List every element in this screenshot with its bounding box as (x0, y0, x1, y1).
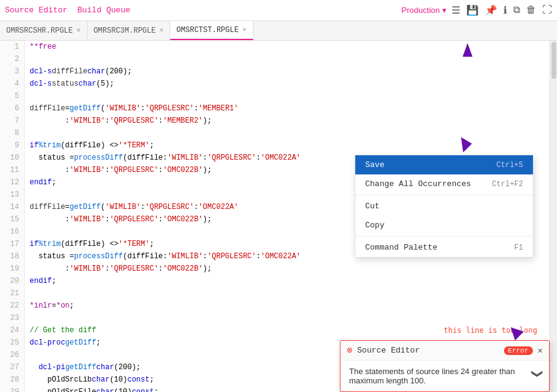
error-toast-header: ⊗ Source Editor Error ✕ (340, 341, 549, 361)
error-toast: ⊗ Source Editor Error ✕ The statements o… (340, 340, 550, 392)
too-long-indicator: this line is too long (444, 324, 537, 337)
code-line-8 (25, 127, 550, 139)
error-toast-body: The statements of source lines 24 greate… (340, 361, 549, 391)
menu-divider-1 (355, 195, 533, 195)
info-icon[interactable]: ℹ (503, 4, 507, 17)
menu-item-command-palette[interactable]: Command Palette F1 (355, 238, 533, 257)
tab-omrsrc3m[interactable]: OMRSRC3M.RPGLE ✕ (88, 21, 170, 40)
production-button[interactable]: Production ▾ (402, 6, 447, 15)
error-circle-icon: ⊗ (347, 345, 352, 356)
top-icons: ☰ 💾 📌 ℹ ⧉ 🗑 ⛶ (452, 4, 552, 17)
scrollbar[interactable] (550, 41, 557, 392)
code-line-19: :'WIMLIB':'QRPGLESRC':'OMC022B'); (25, 263, 550, 275)
menu-item-change-all[interactable]: Change All Occurrences Ctrl+F2 (355, 174, 533, 194)
tab-close-omrsrc3m[interactable]: ✕ (159, 27, 163, 34)
tab-close-omsrctst[interactable]: ✕ (242, 27, 247, 33)
error-toast-message: The statements of source lines 24 greate… (349, 367, 531, 385)
menu-item-save[interactable]: Save Ctrl+S (355, 155, 533, 174)
code-line-24: // Get the diff this line is too long (25, 324, 550, 337)
pin-icon[interactable]: 📌 (485, 4, 497, 17)
error-toast-title-text: Source Editor (357, 346, 419, 355)
line-numbers: 1 2 3 4 5 6 7 8 9 10 11 12 13 14 15 16 1… (0, 41, 25, 392)
code-line-22: *inlr = *on; (25, 300, 550, 312)
error-badge: Error (504, 346, 533, 355)
code-line-4: dcl-s status char(5); (25, 78, 550, 90)
source-editor-link[interactable]: Source Editor (5, 6, 67, 15)
code-line-21 (25, 287, 550, 300)
code-line-6: diffFile = getDiff('WIMLIB':'QRPGLESRC':… (25, 102, 550, 115)
menu-item-cut[interactable]: Cut (355, 197, 533, 216)
code-line-20: endif; (25, 275, 550, 287)
error-expand-icon[interactable]: ❮ (529, 369, 543, 378)
tab-close-omrsrcshr[interactable]: ✕ (76, 27, 81, 34)
code-line-3: dcl-s diffFile char(200); (25, 65, 550, 78)
top-nav-right: Production ▾ ☰ 💾 📌 ℹ ⧉ 🗑 ⛶ (402, 4, 552, 17)
code-line-1: **free (25, 41, 550, 53)
top-nav-left: Source Editor Build Queue (5, 6, 130, 15)
editor-container: 1 2 3 4 5 6 7 8 9 10 11 12 13 14 15 16 1… (0, 41, 557, 392)
error-toast-close[interactable]: ✕ (538, 345, 543, 356)
code-line-5 (25, 90, 550, 102)
tab-omsrctst[interactable]: OMSRCTST.RPGLE ✕ (170, 21, 253, 40)
menu-divider-2 (355, 236, 533, 237)
production-label: Production (402, 6, 440, 15)
build-queue-link[interactable]: Build Queue (77, 6, 130, 15)
error-toast-title: ⊗ Source Editor (347, 345, 419, 356)
save-icon[interactable]: 💾 (466, 4, 479, 17)
copy-icon[interactable]: ⧉ (513, 4, 520, 16)
fullscreen-icon[interactable]: ⛶ (542, 4, 552, 16)
trash-icon[interactable]: 🗑 (526, 4, 536, 16)
tabs: OMRSRCSHR.RPGLE ✕ OMRSRC3M.RPGLE ✕ OMSRC… (0, 21, 557, 41)
code-line-7: :'WIMLIB':'QRPGLESRC':'MEMBER2'); (25, 115, 550, 127)
tab-omrsrcshr[interactable]: OMRSRCSHR.RPGLE ✕ (0, 21, 88, 40)
code-line-2 (25, 53, 550, 65)
scrollbar-thumb[interactable] (551, 42, 556, 79)
menu-icon[interactable]: ☰ (452, 4, 460, 17)
code-line-23 (25, 312, 550, 324)
top-nav: Source Editor Build Queue Production ▾ ☰… (0, 0, 557, 21)
production-dropdown-icon: ▾ (442, 6, 447, 15)
menu-item-copy[interactable]: Copy (355, 216, 533, 235)
code-line-9: if %trim(diffFile) <> '*TERM'; (25, 139, 550, 152)
context-menu: Save Ctrl+S Change All Occurrences Ctrl+… (355, 155, 534, 258)
